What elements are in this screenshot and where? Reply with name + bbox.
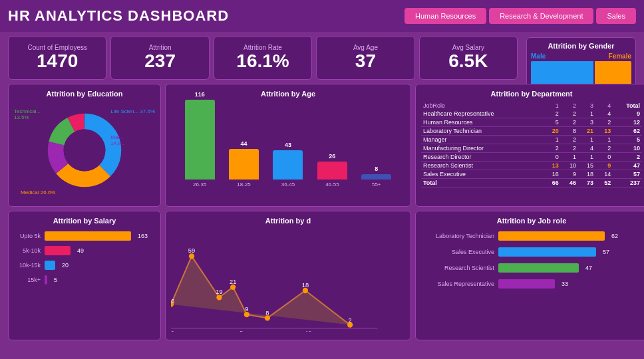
- dept-val-cell: 21: [578, 127, 595, 136]
- jobrole-bars: Laboratory Technician 62 Sales Executive…: [421, 229, 642, 291]
- salary-panel: Attrition by Salary Upto 5k 163 5k-10k 4…: [8, 211, 161, 340]
- dept-total-val: 73: [578, 179, 595, 187]
- bar-value: 43: [285, 142, 291, 148]
- dept-total-cell: 5: [613, 136, 642, 144]
- dept-table: JobRole 1 2 3 4 Total Healthcare Represe…: [421, 102, 642, 187]
- tab-rd[interactable]: Research & Development: [489, 8, 593, 24]
- dept-col-1: 1: [544, 102, 561, 110]
- dept-total-cell: 2: [613, 153, 642, 162]
- bar-value: 44: [241, 140, 247, 147]
- dept-role-cell: Healthcare Representative: [421, 110, 544, 118]
- kpi-rate-value: 16.1%: [236, 51, 289, 72]
- dept-val-cell: 8: [561, 127, 578, 136]
- dept-val-cell: 9: [561, 170, 578, 179]
- jobrole-bar: [498, 279, 555, 289]
- department-panel: Attrition by Department JobRole 1 2 3 4 …: [415, 84, 644, 207]
- salary-value: 49: [77, 247, 84, 254]
- gender-labels: Male Female: [531, 53, 631, 60]
- bar-rect: [185, 100, 215, 180]
- svg-text:16: 16: [171, 298, 174, 304]
- age-bar-group: 116 26-35: [185, 91, 215, 187]
- edu-legend: Life Scien... 37.6% Mar...14.8...: [110, 108, 155, 146]
- header: HR ANALYTICS DASHBOARD Human Resources R…: [0, 0, 644, 32]
- attrition-d-title: Attrition by d: [171, 217, 405, 225]
- tab-hr[interactable]: Human Resources: [404, 8, 486, 24]
- dept-total-cell: 9: [613, 110, 642, 118]
- line-chart-svg: 16 59 19 21 9 8 18 2 0 5 10: [171, 229, 405, 332]
- dept-val-cell: 0: [595, 153, 613, 162]
- age-bar-group: 43 36-45: [273, 142, 303, 187]
- bar-label: 36-45: [281, 181, 295, 187]
- svg-text:9: 9: [245, 306, 248, 312]
- age-bar-chart: 116 26-35 44 18-25 43 36-45 26 46-55 8 5…: [171, 102, 405, 187]
- dept-val-cell: 2: [561, 144, 578, 153]
- jobrole-label: Laboratory Technician: [421, 233, 494, 239]
- dept-val-cell: 2: [561, 136, 578, 144]
- svg-text:10: 10: [305, 330, 312, 332]
- dept-val-cell: 3: [578, 118, 595, 127]
- bar-rect: [229, 149, 259, 180]
- jobrole-value: 62: [611, 233, 618, 239]
- dept-col-4: 4: [595, 102, 613, 110]
- table-row: Research Director01102: [421, 153, 642, 162]
- dept-role-cell: Laboratory Technician: [421, 127, 544, 136]
- dept-total-cell: 12: [613, 118, 642, 127]
- salary-bar: [45, 261, 55, 270]
- dept-val-cell: 15: [578, 162, 595, 170]
- dept-col-3: 3: [578, 102, 595, 110]
- dept-val-cell: 1: [578, 110, 595, 118]
- svg-point-9: [216, 295, 222, 300]
- dept-val-cell: 18: [578, 170, 595, 179]
- gender-title: Attrition by Gender: [531, 42, 631, 50]
- jobrole-row: Sales Representative 33: [421, 279, 642, 289]
- jobrole-bar: [498, 231, 605, 241]
- jobrole-value: 33: [562, 281, 568, 287]
- dashboard-title: HR ANALYTICS DASHBOARD: [8, 7, 404, 25]
- dept-val-cell: 2: [595, 118, 613, 127]
- svg-point-13: [303, 288, 308, 293]
- main-content: Attrition by Education Life Scien... 37.…: [0, 84, 644, 359]
- bar-value: 116: [195, 91, 205, 98]
- age-bar-group: 26 46-55: [317, 153, 347, 187]
- attrition-d-chart: 16 59 19 21 9 8 18 2 0 5 10: [171, 229, 405, 332]
- dept-total-cell: 10: [613, 144, 642, 153]
- table-row: Manager12115: [421, 136, 642, 144]
- kpi-attrition-value: 237: [144, 51, 176, 72]
- dept-total-cell: 62: [613, 127, 642, 136]
- svg-text:18: 18: [302, 282, 309, 289]
- jobrole-bar: [498, 263, 579, 273]
- table-row: Research Scientist131015947: [421, 162, 642, 170]
- salary-value: 163: [138, 233, 148, 239]
- dept-val-cell: 4: [578, 144, 595, 153]
- bar-value: 26: [329, 153, 335, 160]
- age-panel: Attrition by Age 116 26-35 44 18-25 43 3…: [165, 84, 411, 207]
- attrition-d-panel: Attrition by d 16 59 19 21: [165, 211, 411, 340]
- svg-text:5: 5: [240, 330, 243, 332]
- dept-val-cell: 13: [544, 162, 561, 170]
- svg-point-8: [189, 253, 194, 259]
- edu-marketing: Mar...14.8...: [110, 134, 155, 146]
- svg-text:0: 0: [171, 330, 174, 332]
- jobrole-value: 47: [585, 265, 592, 271]
- dept-val-cell: 16: [544, 170, 561, 179]
- dept-role-cell: Sales Executive: [421, 170, 544, 179]
- dept-role-cell: Research Scientist: [421, 162, 544, 170]
- dept-total-val: 52: [595, 179, 613, 187]
- dept-val-cell: 1: [578, 136, 595, 144]
- edu-legend-left: Technical...13.5%: [14, 108, 41, 120]
- bar-value: 8: [375, 166, 378, 172]
- dept-val-cell: 2: [544, 144, 561, 153]
- salary-bars: Upto 5k 163 5k-10k 49 10k-15k 20 15k+ 5: [14, 229, 155, 287]
- salary-value: 5: [54, 277, 57, 283]
- table-row: Human Resources523212: [421, 118, 642, 127]
- svg-text:59: 59: [188, 247, 195, 254]
- svg-text:21: 21: [230, 279, 236, 285]
- jobrole-title: Attrition by Job role: [421, 217, 642, 225]
- edu-medical: Medical 26.6%: [21, 189, 55, 195]
- salary-bar: [45, 275, 47, 285]
- salary-row: Upto 5k 163: [14, 231, 155, 241]
- tab-sales[interactable]: Sales: [596, 8, 636, 24]
- salary-title: Attrition by Salary: [14, 217, 155, 225]
- dept-val-cell: 9: [595, 162, 613, 170]
- gender-female-label: Female: [609, 53, 631, 60]
